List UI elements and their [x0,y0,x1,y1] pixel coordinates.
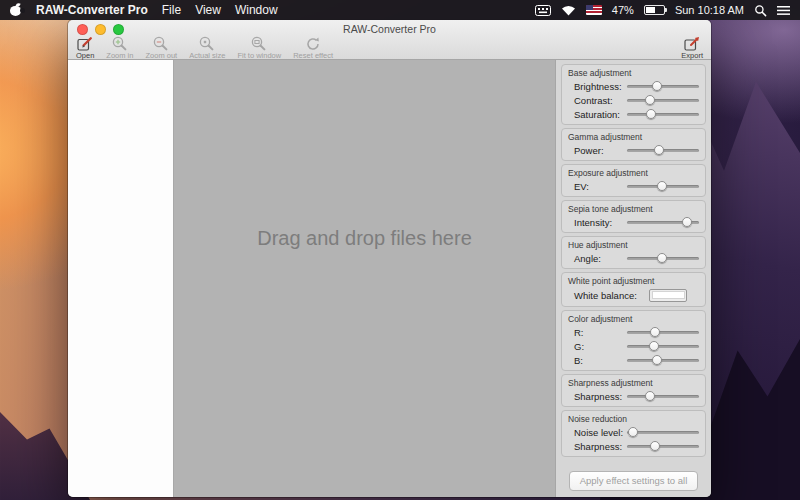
saturation-label: Saturation: [568,109,620,120]
blue-label: B: [568,355,583,366]
apply-all-button[interactable]: Apply effect settings to all [569,471,699,491]
open-icon [77,36,94,51]
actual-size-icon [199,36,215,51]
slider-knob[interactable] [652,355,662,365]
contrast-slider[interactable] [627,94,699,106]
zoom-out-icon [153,36,169,51]
section-noise-reduction: Noise reduction Noise level: Sharpness: [561,410,706,457]
noise-sharpness-label: Sharpness: [568,441,622,452]
slider-knob[interactable] [682,217,692,227]
slider-knob[interactable] [657,181,667,191]
desktop: RAW-Converter Pro File View Window 47% S… [0,0,800,500]
keyboard-icon[interactable] [535,5,551,16]
section-title: Color adjustment [568,314,699,324]
section-exposure-adjustment: Exposure adjustment EV: [561,164,706,197]
section-title: Hue adjustment [568,240,699,250]
fit-to-window-button[interactable]: Fit to window [237,36,281,60]
power-slider[interactable] [627,144,699,156]
section-title: Noise reduction [568,414,699,424]
white-balance-colorwell[interactable] [649,289,687,302]
section-title: Sepia tone adjustment [568,204,699,214]
slider-knob[interactable] [645,391,655,401]
menu-app-name[interactable]: RAW-Converter Pro [36,3,148,17]
red-slider[interactable] [627,326,699,338]
white-balance-swatch [652,291,685,299]
ev-label: EV: [568,181,589,192]
saturation-slider[interactable] [627,108,699,120]
drop-zone-text: Drag and drop files here [257,227,472,250]
slider-knob[interactable] [654,145,664,155]
white-balance-label: White balance: [568,290,637,301]
menu-window[interactable]: Window [235,3,278,17]
app-window: RAW-Converter Pro Open [68,20,711,497]
brightness-label: Brightness: [568,81,622,92]
noise-level-slider[interactable] [627,426,699,438]
sharpness-label: Sharpness: [568,391,622,402]
menu-view[interactable]: View [195,3,221,17]
battery-percentage: 47% [612,4,634,16]
intensity-label: Intensity: [568,217,612,228]
reset-effect-button[interactable]: Reset effect [293,36,333,60]
section-hue-adjustment: Hue adjustment Angle: [561,236,706,269]
intensity-slider[interactable] [627,216,699,228]
section-title: Exposure adjustment [568,168,699,178]
slider-knob[interactable] [650,327,660,337]
menu-bar: RAW-Converter Pro File View Window 47% S… [0,0,800,20]
zoom-in-button[interactable]: Zoom in [106,36,133,60]
us-flag-icon[interactable] [586,5,602,15]
blue-slider[interactable] [627,354,699,366]
slider-knob[interactable] [649,341,659,351]
wifi-icon[interactable] [561,5,576,16]
noise-level-label: Noise level: [568,427,623,438]
section-gamma-adjustment: Gamma adjustment Power: [561,128,706,161]
slider-knob[interactable] [652,81,662,91]
menu-clock[interactable]: Sun 10:18 AM [675,4,744,16]
noise-sharpness-slider[interactable] [627,440,699,452]
slider-knob[interactable] [645,95,655,105]
section-title: White point adjustment [568,276,699,286]
section-base-adjustment: Base adjustment Brightness: Contrast: Sa… [561,64,706,125]
sharpness-slider[interactable] [627,390,699,402]
actual-size-button[interactable]: Actual size [189,36,225,60]
file-list-sidebar[interactable] [68,60,174,497]
zoom-in-icon [112,36,128,51]
green-label: G: [568,341,584,352]
apple-icon[interactable] [10,3,22,17]
window-header: RAW-Converter Pro Open [68,20,711,60]
slider-knob[interactable] [650,441,660,451]
brightness-slider[interactable] [627,80,699,92]
section-white-point-adjustment: White point adjustment White balance: [561,272,706,307]
notification-center-icon[interactable] [777,5,790,16]
battery-icon[interactable] [644,5,665,15]
export-icon [684,36,701,51]
slider-knob[interactable] [628,427,638,437]
ev-slider[interactable] [627,180,699,192]
spotlight-icon[interactable] [754,4,767,17]
contrast-label: Contrast: [568,95,613,106]
export-button[interactable]: Export [681,36,703,60]
section-sepia-tone-adjustment: Sepia tone adjustment Intensity: [561,200,706,233]
slider-knob[interactable] [657,253,667,263]
open-button[interactable]: Open [76,36,94,60]
fit-to-window-icon [251,36,267,51]
reset-effect-icon [305,36,321,51]
red-label: R: [568,327,584,338]
power-label: Power: [568,145,604,156]
drop-zone[interactable]: Drag and drop files here [174,60,555,497]
section-sharpness-adjustment: Sharpness adjustment Sharpness: [561,374,706,407]
adjustment-panel: Base adjustment Brightness: Contrast: Sa… [555,60,711,497]
window-content: Drag and drop files here Base adjustment… [68,60,711,497]
green-slider[interactable] [627,340,699,352]
menu-file[interactable]: File [162,3,181,17]
zoom-out-button[interactable]: Zoom out [145,36,177,60]
section-color-adjustment: Color adjustment R: G: B: [561,310,706,371]
angle-slider[interactable] [627,252,699,264]
section-title: Sharpness adjustment [568,378,699,388]
toolbar: Open Zoom in [68,35,711,60]
section-title: Base adjustment [568,68,699,78]
window-title: RAW-Converter Pro [68,23,711,35]
section-title: Gamma adjustment [568,132,699,142]
angle-label: Angle: [568,253,601,264]
slider-knob[interactable] [646,109,656,119]
